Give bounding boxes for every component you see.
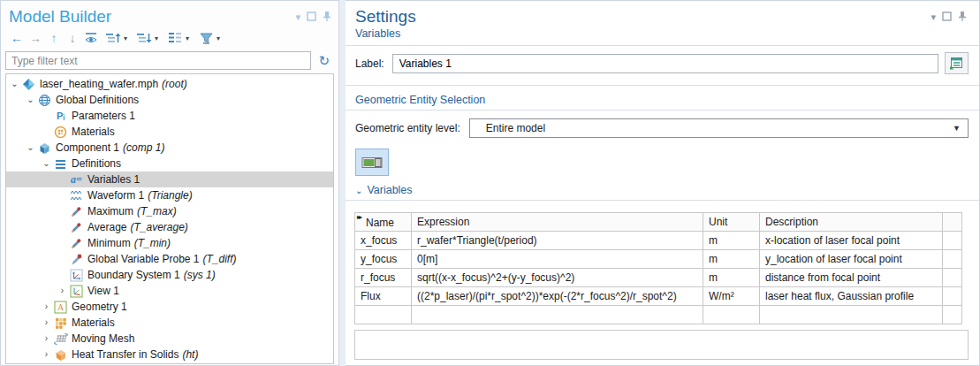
- expand-all-icon[interactable]: [136, 30, 152, 46]
- cell-name[interactable]: [355, 306, 412, 324]
- cell-extra[interactable]: [943, 306, 962, 324]
- table-empty-area[interactable]: [354, 330, 969, 360]
- collapse-all-dropdown-icon[interactable]: ▾: [121, 34, 130, 42]
- chevron-right-icon[interactable]: ›: [40, 302, 53, 311]
- tree-item-label: Definitions: [72, 157, 121, 170]
- cell-expression[interactable]: sqrt((x-x_focus)^2+(y-y_focus)^2): [412, 269, 703, 287]
- tree-item-maximum[interactable]: Maximum (T_max): [6, 203, 333, 219]
- chevron-right-icon[interactable]: ›: [56, 286, 69, 295]
- geometric-entity-level-select[interactable]: Entire model ▼: [469, 118, 969, 138]
- refresh-icon[interactable]: ↻: [318, 54, 330, 67]
- panel-splitter[interactable]: [339, 0, 346, 366]
- tree-item-definitions[interactable]: ⌄ Definitions: [6, 156, 333, 172]
- table-header-row: ▸▸Name Expression Unit Description: [355, 213, 962, 232]
- label-input[interactable]: [392, 54, 938, 73]
- cell-name[interactable]: Flux: [355, 287, 412, 306]
- cell-name[interactable]: x_focus: [355, 232, 412, 250]
- tree-item-root[interactable]: ⌄ laser_heating_wafer.mph (root): [6, 76, 333, 92]
- active-toggle-button[interactable]: [355, 149, 389, 176]
- tree-item-label: Maximum: [87, 205, 133, 217]
- chevron-right-icon[interactable]: ›: [40, 350, 53, 359]
- node-label-icon[interactable]: [167, 30, 183, 46]
- cell-extra[interactable]: [943, 269, 962, 287]
- tree-item-boundary-system-1[interactable]: Boundary System 1 (sys 1): [6, 267, 333, 283]
- chevron-down-icon[interactable]: ⌄: [8, 80, 21, 88]
- cell-description[interactable]: x-location of laser focal point: [760, 232, 943, 250]
- tree-item-label: Component 1: [56, 141, 119, 154]
- tree-item-view-1[interactable]: › View 1: [6, 283, 333, 299]
- node-label-dropdown-icon[interactable]: ▾: [183, 34, 192, 42]
- move-down-icon[interactable]: ↓: [65, 30, 80, 46]
- cell-extra[interactable]: [943, 287, 962, 306]
- show-eye-icon[interactable]: [83, 30, 99, 46]
- cell-unit[interactable]: m: [703, 232, 760, 250]
- cell-name[interactable]: y_focus: [355, 250, 412, 269]
- cell-extra[interactable]: [943, 250, 962, 269]
- float-window-icon[interactable]: [942, 11, 952, 23]
- tree-item-minimum[interactable]: Minimum (T_min): [6, 235, 333, 251]
- move-up-icon[interactable]: ↑: [46, 30, 62, 46]
- tree-item-label: View 1: [87, 285, 119, 297]
- expand-all-dropdown-icon[interactable]: ▾: [152, 34, 161, 42]
- tree-item-parameters-1[interactable]: Pᵢ Parameters 1: [6, 108, 333, 124]
- cell-name[interactable]: r_focus: [355, 269, 412, 287]
- cell-description[interactable]: laser heat flux, Gaussian profile: [760, 287, 943, 306]
- chevron-down-icon[interactable]: ⌄: [24, 143, 37, 152]
- section-heading-geometric-entity-selection[interactable]: Geometric Entity Selection: [346, 86, 979, 110]
- collapse-all-icon[interactable]: [105, 30, 121, 46]
- filter-funnel-icon[interactable]: [198, 30, 214, 46]
- tree-item-label: Moving Mesh: [72, 332, 134, 345]
- cell-description[interactable]: [760, 306, 943, 324]
- tree-item-materials-component[interactable]: › Materials: [6, 315, 333, 331]
- tree-item-label: Variables 1: [87, 173, 140, 186]
- cell-description[interactable]: y_location of laser focal point: [760, 250, 943, 269]
- globe-icon: [37, 94, 52, 107]
- chevron-right-icon[interactable]: ›: [40, 318, 53, 327]
- divider: [346, 200, 979, 201]
- tree-item-label: laser_heating_wafer.mph: [40, 78, 158, 90]
- filter-dropdown-icon[interactable]: ▾: [214, 34, 223, 42]
- show-more-options-button[interactable]: [945, 52, 969, 74]
- forward-icon[interactable]: →: [27, 30, 43, 46]
- cell-unit[interactable]: m: [703, 250, 760, 269]
- chevron-down-icon[interactable]: ⌄: [24, 95, 37, 104]
- cell-unit[interactable]: W/m²: [703, 287, 760, 306]
- pin-icon[interactable]: [323, 11, 331, 23]
- settings-title: Settings: [355, 7, 643, 27]
- tree-item-variables-1[interactable]: a= Variables 1: [6, 172, 333, 187]
- svg-text:A: A: [57, 302, 65, 312]
- cell-expression[interactable]: ((2*p_laser)/(pi*r_spot^2))*exp(-(2*r_fo…: [412, 287, 703, 306]
- pin-icon[interactable]: [958, 11, 967, 23]
- view-icon: [69, 285, 84, 298]
- settings-panel: Settings ▾ Variables Label: Geometric En…: [346, 0, 980, 366]
- chevron-right-icon[interactable]: ›: [40, 334, 53, 343]
- tree-item-component-1[interactable]: ⌄ Component 1 (comp 1): [6, 140, 333, 156]
- back-icon[interactable]: ←: [9, 30, 25, 46]
- table-row: r_focus sqrt((x-x_focus)^2+(y-y_focus)^2…: [355, 269, 962, 287]
- tree-item-waveform-1[interactable]: Waveform 1 (Triangle): [6, 187, 333, 203]
- probe-icon: [69, 237, 84, 250]
- chevron-down-icon[interactable]: ⌄: [40, 159, 53, 168]
- panel-menu-icon[interactable]: ▾: [931, 12, 936, 22]
- tree-item-label: Parameters 1: [72, 110, 135, 122]
- float-window-icon[interactable]: [307, 11, 316, 23]
- tree-item-global-variable-probe-1[interactable]: Global Variable Probe 1 (T_diff): [6, 251, 333, 267]
- comsol-window: Model Builder ▾ ← → ↑ ↓ ▾ ▾ ▾: [0, 0, 980, 366]
- panel-menu-icon[interactable]: ▾: [295, 12, 300, 22]
- cell-expression[interactable]: [412, 306, 703, 324]
- tree-item-moving-mesh[interactable]: › Moving Mesh: [6, 331, 333, 347]
- tree-item-materials-global[interactable]: Materials: [6, 124, 333, 140]
- tree-item-average[interactable]: Average (T_average): [6, 219, 333, 235]
- cell-extra[interactable]: [943, 232, 962, 250]
- materials-icon: [53, 126, 68, 139]
- tree-item-geometry-1[interactable]: › A Geometry 1: [6, 299, 333, 315]
- cell-description[interactable]: distance from focal point: [760, 269, 943, 287]
- tree-item-heat-transfer-in-solids[interactable]: › Heat Transfer in Solids (ht): [6, 347, 333, 362]
- cell-expression[interactable]: 0[m]: [412, 250, 703, 269]
- section-heading-variables[interactable]: ⌄ Variables: [346, 176, 979, 200]
- cell-unit[interactable]: m: [703, 269, 760, 287]
- tree-item-global-definitions[interactable]: ⌄ Global Definitions: [6, 92, 333, 108]
- cell-expression[interactable]: r_wafer*Triangle(t/period): [412, 232, 703, 250]
- cell-unit[interactable]: [703, 306, 760, 324]
- filter-input[interactable]: [5, 51, 311, 70]
